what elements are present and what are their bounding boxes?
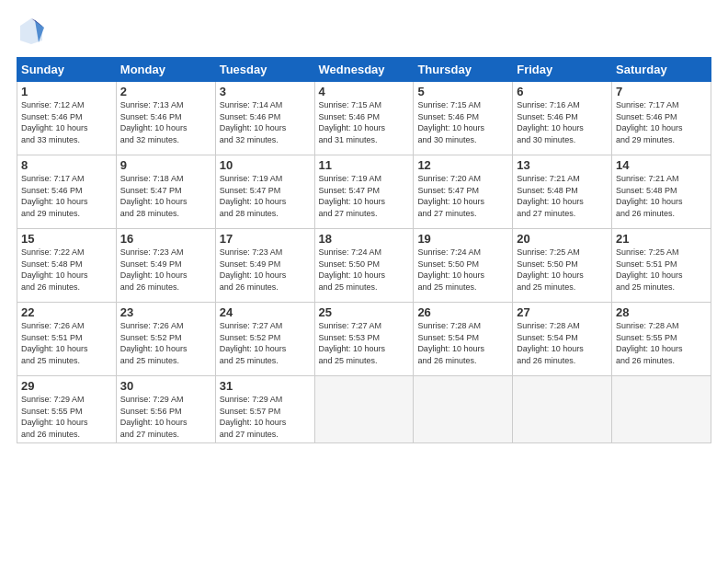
day-info: Sunrise: 7:26 AM Sunset: 5:52 PM Dayligh… — [120, 320, 211, 366]
calendar-day-cell: 7Sunrise: 7:17 AM Sunset: 5:46 PM Daylig… — [612, 82, 711, 155]
day-number: 6 — [517, 85, 608, 98]
calendar-table: SundayMondayTuesdayWednesdayThursdayFrid… — [17, 57, 711, 443]
day-info: Sunrise: 7:14 AM Sunset: 5:46 PM Dayligh… — [220, 99, 311, 145]
day-info: Sunrise: 7:25 AM Sunset: 5:50 PM Dayligh… — [517, 247, 608, 293]
day-number: 10 — [220, 158, 311, 172]
day-number: 27 — [517, 305, 608, 319]
day-info: Sunrise: 7:15 AM Sunset: 5:46 PM Dayligh… — [319, 99, 410, 145]
calendar-day-cell: 20Sunrise: 7:25 AM Sunset: 5:50 PM Dayli… — [513, 229, 612, 303]
calendar-day-cell: 19Sunrise: 7:24 AM Sunset: 5:50 PM Dayli… — [414, 229, 513, 303]
calendar-day-cell: 31Sunrise: 7:29 AM Sunset: 5:57 PM Dayli… — [215, 376, 314, 443]
day-info: Sunrise: 7:18 AM Sunset: 5:47 PM Dayligh… — [120, 173, 211, 219]
calendar-day-cell: 17Sunrise: 7:23 AM Sunset: 5:49 PM Dayli… — [215, 229, 314, 303]
day-number: 31 — [220, 379, 311, 393]
calendar-day-cell: 23Sunrise: 7:26 AM Sunset: 5:52 PM Dayli… — [116, 303, 215, 376]
calendar-week-row: 29Sunrise: 7:29 AM Sunset: 5:55 PM Dayli… — [17, 376, 711, 443]
calendar-week-row: 15Sunrise: 7:22 AM Sunset: 5:48 PM Dayli… — [17, 229, 711, 303]
day-info: Sunrise: 7:28 AM Sunset: 5:54 PM Dayligh… — [417, 320, 508, 366]
day-info: Sunrise: 7:21 AM Sunset: 5:48 PM Dayligh… — [517, 173, 608, 219]
day-number: 8 — [21, 158, 112, 172]
day-info: Sunrise: 7:23 AM Sunset: 5:49 PM Dayligh… — [120, 247, 211, 293]
day-number: 30 — [120, 379, 211, 393]
calendar-day-cell: 3Sunrise: 7:14 AM Sunset: 5:46 PM Daylig… — [215, 82, 314, 155]
weekday-header-row: SundayMondayTuesdayWednesdayThursdayFrid… — [17, 58, 711, 82]
day-number: 13 — [517, 158, 608, 172]
calendar-day-cell: 10Sunrise: 7:19 AM Sunset: 5:47 PM Dayli… — [215, 155, 314, 229]
day-info: Sunrise: 7:29 AM Sunset: 5:55 PM Dayligh… — [21, 394, 112, 440]
day-number: 12 — [417, 158, 508, 172]
weekday-header: Wednesday — [314, 58, 414, 82]
day-info: Sunrise: 7:13 AM Sunset: 5:46 PM Dayligh… — [120, 99, 211, 145]
day-number: 5 — [417, 85, 508, 98]
calendar-day-cell: 18Sunrise: 7:24 AM Sunset: 5:50 PM Dayli… — [314, 229, 414, 303]
day-number: 16 — [120, 232, 211, 246]
calendar-day-cell: 14Sunrise: 7:21 AM Sunset: 5:48 PM Dayli… — [612, 155, 711, 229]
weekday-header: Tuesday — [215, 58, 314, 82]
day-info: Sunrise: 7:23 AM Sunset: 5:49 PM Dayligh… — [220, 247, 311, 293]
day-number: 26 — [417, 305, 508, 319]
day-info: Sunrise: 7:25 AM Sunset: 5:51 PM Dayligh… — [616, 247, 707, 293]
weekday-header: Monday — [116, 58, 215, 82]
day-number: 4 — [319, 85, 410, 98]
day-info: Sunrise: 7:28 AM Sunset: 5:54 PM Dayligh… — [517, 320, 608, 366]
day-info: Sunrise: 7:19 AM Sunset: 5:47 PM Dayligh… — [220, 173, 311, 219]
calendar-day-cell: 22Sunrise: 7:26 AM Sunset: 5:51 PM Dayli… — [17, 303, 117, 376]
day-info: Sunrise: 7:24 AM Sunset: 5:50 PM Dayligh… — [319, 247, 410, 293]
day-number: 9 — [120, 158, 211, 172]
day-number: 21 — [616, 232, 707, 246]
calendar-day-cell: 6Sunrise: 7:16 AM Sunset: 5:46 PM Daylig… — [513, 82, 612, 155]
calendar-day-cell: 24Sunrise: 7:27 AM Sunset: 5:52 PM Dayli… — [215, 303, 314, 376]
day-number: 3 — [220, 85, 311, 98]
calendar-day-cell: 9Sunrise: 7:18 AM Sunset: 5:47 PM Daylig… — [116, 155, 215, 229]
day-number: 24 — [220, 305, 311, 319]
page-container: SundayMondayTuesdayWednesdayThursdayFrid… — [0, 0, 728, 453]
logo-icon — [17, 17, 46, 46]
day-number: 28 — [616, 305, 707, 319]
calendar-day-cell: 2Sunrise: 7:13 AM Sunset: 5:46 PM Daylig… — [116, 82, 215, 155]
day-info: Sunrise: 7:26 AM Sunset: 5:51 PM Dayligh… — [21, 320, 112, 366]
calendar-day-cell: 13Sunrise: 7:21 AM Sunset: 5:48 PM Dayli… — [513, 155, 612, 229]
day-info: Sunrise: 7:17 AM Sunset: 5:46 PM Dayligh… — [21, 173, 112, 219]
calendar-week-row: 22Sunrise: 7:26 AM Sunset: 5:51 PM Dayli… — [17, 303, 711, 376]
calendar-day-cell — [314, 376, 414, 443]
day-number: 14 — [616, 158, 707, 172]
calendar-day-cell — [513, 376, 612, 443]
day-number: 15 — [21, 232, 112, 246]
day-number: 17 — [220, 232, 311, 246]
calendar-day-cell: 15Sunrise: 7:22 AM Sunset: 5:48 PM Dayli… — [17, 229, 117, 303]
day-number: 19 — [417, 232, 508, 246]
day-info: Sunrise: 7:29 AM Sunset: 5:56 PM Dayligh… — [120, 394, 211, 440]
day-info: Sunrise: 7:12 AM Sunset: 5:46 PM Dayligh… — [21, 99, 112, 145]
calendar-day-cell: 4Sunrise: 7:15 AM Sunset: 5:46 PM Daylig… — [314, 82, 414, 155]
calendar-day-cell — [612, 376, 711, 443]
calendar-day-cell: 30Sunrise: 7:29 AM Sunset: 5:56 PM Dayli… — [116, 376, 215, 443]
day-info: Sunrise: 7:27 AM Sunset: 5:53 PM Dayligh… — [319, 320, 410, 366]
day-info: Sunrise: 7:17 AM Sunset: 5:46 PM Dayligh… — [616, 99, 707, 145]
calendar-day-cell: 28Sunrise: 7:28 AM Sunset: 5:55 PM Dayli… — [612, 303, 711, 376]
day-number: 1 — [21, 85, 112, 98]
day-number: 25 — [319, 305, 410, 319]
calendar-day-cell: 16Sunrise: 7:23 AM Sunset: 5:49 PM Dayli… — [116, 229, 215, 303]
day-number: 11 — [319, 158, 410, 172]
calendar-day-cell: 12Sunrise: 7:20 AM Sunset: 5:47 PM Dayli… — [414, 155, 513, 229]
day-number: 18 — [319, 232, 410, 246]
day-number: 23 — [120, 305, 211, 319]
day-info: Sunrise: 7:19 AM Sunset: 5:47 PM Dayligh… — [319, 173, 410, 219]
calendar-day-cell: 21Sunrise: 7:25 AM Sunset: 5:51 PM Dayli… — [612, 229, 711, 303]
logo — [17, 17, 51, 46]
weekday-header: Saturday — [612, 58, 711, 82]
day-info: Sunrise: 7:27 AM Sunset: 5:52 PM Dayligh… — [220, 320, 311, 366]
day-number: 7 — [616, 85, 707, 98]
calendar-day-cell: 5Sunrise: 7:15 AM Sunset: 5:46 PM Daylig… — [414, 82, 513, 155]
day-info: Sunrise: 7:29 AM Sunset: 5:57 PM Dayligh… — [220, 394, 311, 440]
calendar-week-row: 8Sunrise: 7:17 AM Sunset: 5:46 PM Daylig… — [17, 155, 711, 229]
day-info: Sunrise: 7:15 AM Sunset: 5:46 PM Dayligh… — [417, 99, 508, 145]
weekday-header: Friday — [513, 58, 612, 82]
weekday-header: Thursday — [414, 58, 513, 82]
weekday-header: Sunday — [17, 58, 117, 82]
calendar-day-cell: 26Sunrise: 7:28 AM Sunset: 5:54 PM Dayli… — [414, 303, 513, 376]
calendar-week-row: 1Sunrise: 7:12 AM Sunset: 5:46 PM Daylig… — [17, 82, 711, 155]
day-info: Sunrise: 7:21 AM Sunset: 5:48 PM Dayligh… — [616, 173, 707, 219]
day-number: 22 — [21, 305, 112, 319]
day-info: Sunrise: 7:24 AM Sunset: 5:50 PM Dayligh… — [417, 247, 508, 293]
